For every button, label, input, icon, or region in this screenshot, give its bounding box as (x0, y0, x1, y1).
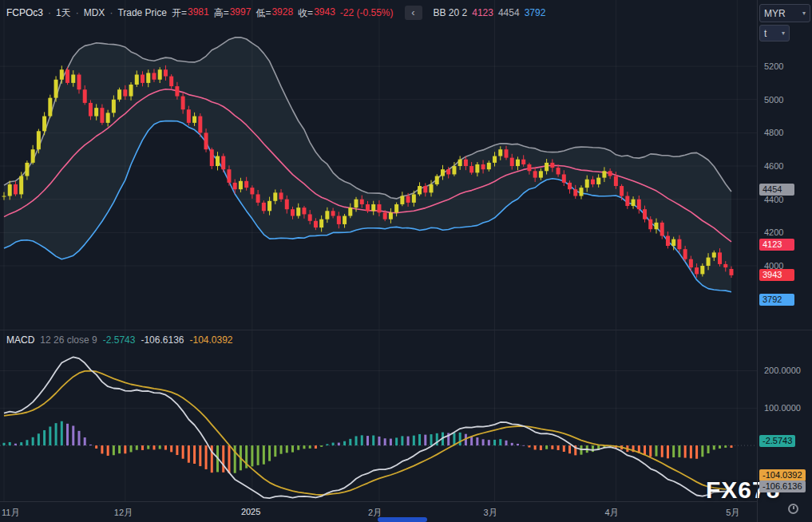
symbol-name[interactable]: FCPOc3 (6, 7, 43, 18)
bb-indicator-label[interactable]: BB 20 2 (434, 7, 468, 18)
bollinger-bands (4, 38, 731, 292)
bb-lower-value: 3792 (525, 7, 546, 18)
currency-dropdown[interactable]: MYR ▾ (759, 4, 810, 22)
macd-value-tag: -106.6136 (759, 480, 806, 492)
chevron-down-icon: ▾ (802, 10, 806, 17)
time-axis-label: 12月 (114, 507, 133, 519)
macd-legend[interactable]: MACD 12 26 close 9 -2.5743 -106.6136 -10… (6, 334, 233, 346)
macd-signal-value: -104.0392 (189, 334, 232, 346)
bb-upper-value: 4454 (498, 7, 520, 18)
chart-plot-area[interactable] (0, 0, 757, 501)
price-tick-label: 5000 (764, 94, 783, 105)
price-tick-label: 4600 (764, 160, 783, 172)
price-tag: 3792 (759, 294, 794, 306)
trading-chart-app: FCPOc3 · 1天 · MDX · Trade Price 开=3981 高… (0, 0, 812, 522)
time-axis-label: 5月 (726, 507, 739, 519)
high-value: 高=3997 (214, 6, 252, 20)
time-axis-label: 2025 (241, 507, 260, 516)
price-axis[interactable]: MYR ▾ t ▾ 520050004800460044004200400020… (757, 0, 812, 522)
macd-value-tag: -104.0392 (759, 469, 806, 481)
legend-separator: · (76, 7, 79, 18)
open-value: 开=3981 (172, 6, 209, 20)
low-value: 低=3928 (255, 6, 293, 20)
macd-tick-label: 200.0000 (764, 365, 801, 376)
legend-separator: · (48, 7, 51, 18)
interval-label[interactable]: 1天 (56, 6, 71, 20)
macd-value-tag: -2.5743 (759, 435, 795, 447)
symbol-legend[interactable]: FCPOc3 · 1天 · MDX · Trade Price 开=3981 高… (6, 6, 545, 20)
price-tag: 4123 (759, 239, 794, 251)
price-tag: 3943 (759, 269, 794, 281)
time-axis-label: 3月 (484, 507, 497, 519)
timezone-clock-icon[interactable] (788, 504, 798, 514)
macd-hist-value: -2.5743 (103, 334, 136, 346)
series-type-label: Trade Price (117, 7, 167, 18)
macd-lines (4, 357, 731, 498)
unit-dropdown[interactable]: t ▾ (759, 25, 790, 42)
price-tick-label: 5200 (764, 61, 783, 72)
chevron-down-icon: ▾ (782, 30, 785, 37)
time-axis-label: 4月 (604, 507, 618, 519)
price-tag: 4454 (759, 184, 794, 196)
legend-collapse-button[interactable]: ‹ (405, 6, 422, 20)
panel-separator[interactable] (0, 330, 812, 330)
change-value: -22 (-0.55%) (340, 7, 394, 18)
macd-tick-label: 100.0000 (764, 402, 801, 413)
exchange-label: MDX (84, 7, 105, 18)
macd-indicator-label[interactable]: MACD (6, 334, 34, 346)
currency-label: MYR (764, 8, 786, 19)
unit-label: t (764, 28, 766, 39)
price-tick-label: 4200 (764, 227, 783, 238)
macd-params: 12 26 close 9 (40, 334, 97, 346)
time-axis-label: 11月 (2, 507, 19, 519)
macd-line-value: -106.6136 (141, 334, 184, 346)
price-tick-label: 4800 (764, 127, 783, 138)
close-value: 收=3943 (298, 6, 335, 20)
legend-separator: · (109, 7, 113, 18)
page-scrollbar-thumb[interactable] (378, 517, 427, 522)
bb-basis-value: 4123 (472, 7, 493, 18)
